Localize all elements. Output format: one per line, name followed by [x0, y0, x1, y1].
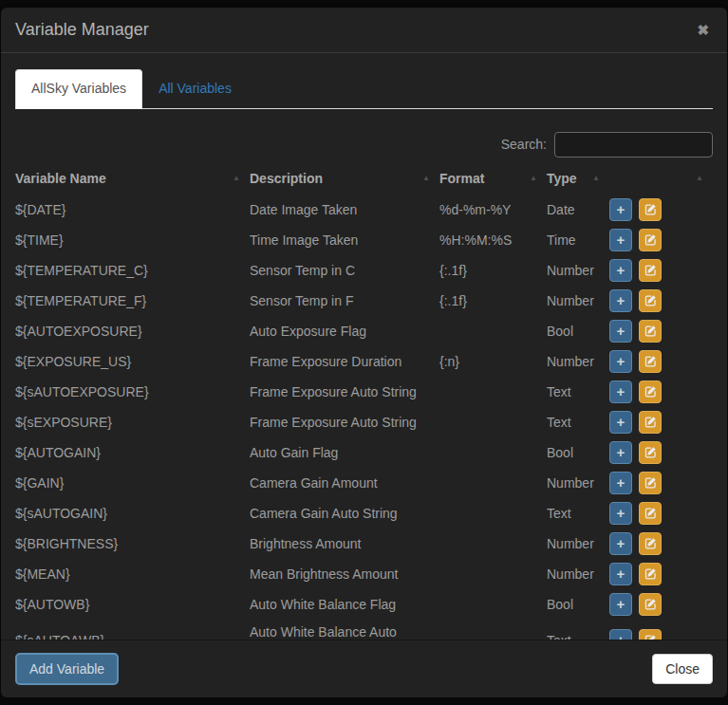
cell-format: [439, 407, 547, 437]
modal-footer: Add Variable Close: [1, 640, 727, 697]
add-variable-row-button[interactable]: +: [609, 350, 632, 373]
cell-description: Time Image Taken: [250, 225, 439, 255]
table-row: ${DATE} Date Image Taken %d-%m-%Y Date +: [15, 195, 713, 225]
cell-variable-name: ${sAUTOEXPOSURE}: [15, 377, 250, 407]
table-row: ${TIME} Time Image Taken %H:%M:%S Time +: [15, 225, 713, 255]
close-button[interactable]: Close: [652, 654, 713, 684]
edit-variable-row-button[interactable]: [639, 198, 662, 221]
table-row: ${AUTOGAIN} Auto Gain Flag Bool +: [15, 437, 713, 468]
cell-type: Text: [547, 498, 609, 529]
add-variable-row-button[interactable]: +: [609, 320, 632, 343]
cell-type: Date: [547, 195, 609, 225]
table-row: ${sAUTOEXPOSURE} Frame Exposure Auto Str…: [15, 377, 713, 407]
plus-icon: +: [617, 354, 625, 368]
edit-variable-row-button[interactable]: [639, 502, 662, 525]
column-label: Format: [439, 171, 484, 186]
search-input[interactable]: [554, 132, 713, 158]
pencil-square-icon: [644, 537, 657, 549]
table-row: ${BRIGHTNESS} Brightness Amount Number +: [15, 529, 713, 559]
cell-format: [439, 559, 547, 589]
cell-format: [439, 529, 547, 559]
pencil-square-icon: [644, 598, 657, 610]
add-variable-row-button[interactable]: +: [609, 629, 632, 640]
close-icon[interactable]: ✖: [693, 21, 713, 39]
add-variable-row-button[interactable]: +: [609, 593, 632, 616]
pencil-square-icon: [644, 567, 657, 580]
edit-variable-row-button[interactable]: [639, 532, 662, 555]
add-variable-row-button[interactable]: +: [609, 289, 632, 312]
cell-format: [439, 377, 547, 407]
row-actions: +: [609, 563, 701, 585]
cell-variable-name: ${AUTOGAIN}: [15, 437, 250, 468]
cell-type: Time: [547, 225, 609, 255]
table-row: ${AUTOEXPOSURE} Auto Exposure Flag Bool …: [15, 316, 713, 346]
cell-type: Number: [547, 559, 609, 589]
row-actions: +: [609, 350, 701, 373]
modal-title: Variable Manager: [15, 20, 149, 40]
cell-type: Number: [547, 255, 609, 286]
cell-description: Frame Exposure Auto String: [250, 407, 439, 437]
edit-variable-row-button[interactable]: [639, 229, 662, 251]
tab-allsky-variables[interactable]: AllSky Variables: [15, 69, 142, 109]
add-variable-row-button[interactable]: +: [609, 411, 632, 434]
row-actions: +: [609, 472, 701, 494]
column-header-format[interactable]: Format▲: [439, 167, 547, 195]
add-variable-row-button[interactable]: +: [609, 502, 632, 525]
add-variable-row-button[interactable]: +: [609, 472, 632, 494]
table-row: ${TEMPERATURE_F} Sensor Temp in F {:.1f}…: [15, 286, 713, 316]
plus-icon: +: [617, 415, 625, 429]
add-variable-row-button[interactable]: +: [609, 259, 632, 282]
plus-icon: +: [617, 293, 625, 307]
cell-variable-name: ${BRIGHTNESS}: [15, 529, 250, 559]
table-row: ${AUTOWB} Auto White Balance Flag Bool +: [15, 589, 713, 620]
column-header-actions[interactable]: ▲: [609, 167, 713, 195]
cell-description: Auto Gain Flag: [250, 437, 439, 468]
add-variable-row-button[interactable]: +: [609, 198, 632, 221]
tab-all-variables[interactable]: All Variables: [142, 69, 248, 109]
add-variable-row-button[interactable]: +: [609, 563, 632, 585]
add-variable-row-button[interactable]: +: [609, 532, 632, 555]
cell-type: Text: [547, 407, 609, 437]
edit-variable-row-button[interactable]: [639, 320, 662, 343]
row-actions: +: [609, 259, 701, 282]
edit-variable-row-button[interactable]: [639, 289, 662, 312]
cell-type: Number: [547, 529, 609, 559]
cell-format: {:.1f}: [439, 286, 547, 316]
row-actions: +: [609, 289, 701, 312]
column-label: Variable Name: [15, 171, 106, 186]
row-actions: +: [609, 229, 701, 251]
cell-type: Number: [547, 468, 609, 498]
cell-variable-name: ${AUTOEXPOSURE}: [15, 316, 250, 346]
add-variable-button[interactable]: Add Variable: [15, 653, 119, 685]
cell-variable-name: ${GAIN}: [15, 468, 250, 498]
edit-variable-row-button[interactable]: [639, 259, 662, 282]
add-variable-row-button[interactable]: +: [609, 441, 632, 464]
edit-variable-row-button[interactable]: [639, 629, 662, 640]
cell-description: Brightness Amount: [250, 529, 439, 559]
cell-description: Mean Brightness Amount: [250, 559, 439, 589]
column-header-variable-name[interactable]: Variable Name▲: [15, 167, 250, 195]
edit-variable-row-button[interactable]: [639, 563, 662, 585]
variables-table: Variable Name▲Description▲Format▲Type▲▲ …: [15, 167, 713, 640]
pencil-square-icon: [644, 294, 657, 306]
edit-variable-row-button[interactable]: [639, 350, 662, 373]
row-actions: +: [609, 629, 701, 640]
pencil-square-icon: [644, 507, 657, 519]
edit-variable-row-button[interactable]: [639, 380, 662, 403]
column-header-description[interactable]: Description▲: [250, 167, 439, 195]
column-header-type[interactable]: Type▲: [547, 167, 609, 195]
add-variable-row-button[interactable]: +: [609, 229, 632, 251]
table-row: ${sAUTOAWB} Auto White Balance Auto Stri…: [15, 620, 713, 640]
edit-variable-row-button[interactable]: [639, 441, 662, 464]
cell-format: %H:%M:%S: [439, 225, 547, 255]
cell-format: %d-%m-%Y: [439, 195, 547, 225]
edit-variable-row-button[interactable]: [639, 593, 662, 616]
edit-variable-row-button[interactable]: [639, 411, 662, 434]
add-variable-row-button[interactable]: +: [609, 380, 632, 403]
edit-variable-row-button[interactable]: [639, 472, 662, 494]
pencil-square-icon: [644, 233, 657, 246]
cell-variable-name: ${MEAN}: [15, 559, 250, 589]
plus-icon: +: [617, 202, 625, 216]
cell-variable-name: ${sEXPOSURE}: [15, 407, 250, 437]
row-actions: +: [609, 320, 701, 343]
